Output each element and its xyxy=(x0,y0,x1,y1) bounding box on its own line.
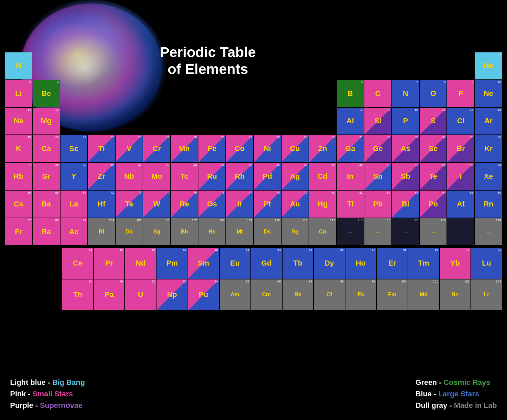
element-Y[interactable]: 39 Y xyxy=(61,163,88,190)
element-Ac[interactable]: 89 Ac xyxy=(61,218,88,245)
element-Mg[interactable]: 12 Mg xyxy=(33,108,60,135)
element-Kr[interactable]: 36 Kr xyxy=(475,135,502,162)
element-Po[interactable]: 84 Po xyxy=(420,191,447,218)
element-Ag[interactable]: 47 Ag xyxy=(282,163,309,190)
element-Bi[interactable]: 83 Bi xyxy=(392,191,419,218)
element-Cf[interactable]: 98 Cf xyxy=(314,279,345,310)
element-K[interactable]: 19 K xyxy=(5,135,32,162)
element-Sg[interactable]: 106 Sg xyxy=(143,218,170,245)
element-B[interactable]: 5 B xyxy=(337,80,364,107)
element-Na[interactable]: 11 Na xyxy=(5,108,32,135)
element-P[interactable]: 15 P xyxy=(392,108,419,135)
element-Rn[interactable]: 86 Rn xyxy=(475,191,502,218)
element-I[interactable]: 53 I xyxy=(447,163,474,190)
element-Pm[interactable]: 61 Pm xyxy=(156,248,187,278)
element-S[interactable]: 16 S xyxy=(420,108,447,135)
element-Cm[interactable]: 96 Cm xyxy=(251,279,282,310)
element-Br[interactable]: 35 Br xyxy=(447,135,474,162)
element-Mt[interactable]: 109 Mt xyxy=(226,218,253,245)
element-Ne[interactable]: 10 Ne xyxy=(475,80,502,107)
element-Nb[interactable]: 41 Nb xyxy=(116,163,143,190)
element-Db[interactable]: 105 Db xyxy=(116,218,143,245)
element-Al[interactable]: 13 Al xyxy=(337,108,364,135)
element-Bk[interactable]: 97 Bk xyxy=(283,279,313,310)
element-Sb[interactable]: 51 Sb xyxy=(392,163,419,190)
element-Sm[interactable]: 62 Sm xyxy=(188,248,219,278)
element-Sn[interactable]: 50 Sn xyxy=(364,163,391,190)
element-Fr[interactable]: 87 Fr xyxy=(5,218,32,245)
element-Ni[interactable]: 28 Ni xyxy=(254,135,281,162)
element-Zn[interactable]: 30 Zn xyxy=(309,135,336,162)
element-C[interactable]: 6 C xyxy=(364,80,391,107)
element-Lr[interactable]: 103 Lr xyxy=(471,279,502,310)
element-Cs[interactable]: 55 Cs xyxy=(5,191,32,218)
element-Sr[interactable]: 38 Sr xyxy=(33,163,60,190)
element-Hf[interactable]: 72 Hf xyxy=(88,191,115,218)
element-H[interactable]: 1 H xyxy=(5,52,32,79)
element-Mn[interactable]: 25 Mn xyxy=(171,135,198,162)
element-At[interactable]: 85 At xyxy=(447,191,474,218)
element-Rh[interactable]: 45 Rh xyxy=(226,163,253,190)
element-Au[interactable]: 79 Au xyxy=(282,191,309,218)
element-Te[interactable]: 52 Te xyxy=(420,163,447,190)
element-Pd[interactable]: 46 Pd xyxy=(254,163,281,190)
element-Co[interactable]: 27 Co xyxy=(226,135,253,162)
element-Pr[interactable]: 59 Pr xyxy=(94,248,124,278)
element-Gd[interactable]: 64 Gd xyxy=(251,248,282,278)
element-Lu[interactable]: 71 Lu xyxy=(471,248,502,278)
element-Pu[interactable]: 94 Pu xyxy=(188,279,219,310)
element-N[interactable]: 7 N xyxy=(392,80,419,107)
element-Si[interactable]: 14 Si xyxy=(364,108,391,135)
element-118[interactable]: 118 -- xyxy=(475,218,502,245)
element-Hs[interactable]: 108 Hs xyxy=(198,218,225,245)
element-Sc[interactable]: 21 Sc xyxy=(61,135,88,162)
element-Cd[interactable]: 48 Cd xyxy=(309,163,336,190)
element-Ge[interactable]: 32 Ge xyxy=(364,135,391,162)
element-116[interactable]: 116 -- xyxy=(420,218,447,245)
element-Cl[interactable]: 17 Cl xyxy=(447,108,474,135)
element-Ir[interactable]: 77 Ir xyxy=(226,191,253,218)
element-Md[interactable]: 101 Md xyxy=(408,279,439,310)
element-Yb[interactable]: 70 Yb xyxy=(440,248,470,278)
element-Er[interactable]: 68 Er xyxy=(377,248,408,278)
element-Tm[interactable]: 69 Tm xyxy=(408,248,439,278)
element-Re[interactable]: 75 Re xyxy=(171,191,198,218)
element-W[interactable]: 74 W xyxy=(143,191,170,218)
element-Zr[interactable]: 40 Zr xyxy=(88,163,115,190)
element-La[interactable]: 57 La xyxy=(61,191,88,218)
element-Hg[interactable]: 80 Hg xyxy=(309,191,336,218)
element-Pt[interactable]: 78 Pt xyxy=(254,191,281,218)
element-Rf[interactable]: 104 Rf xyxy=(88,218,115,245)
element-Ce[interactable]: 58 Ce xyxy=(62,248,93,278)
element-O[interactable]: 8 O xyxy=(420,80,447,107)
element-Ta[interactable]: 73 Ta xyxy=(116,191,143,218)
element-Ga[interactable]: 31 Ga xyxy=(337,135,364,162)
element-V[interactable]: 23 V xyxy=(116,135,143,162)
element-Dy[interactable]: 66 Dy xyxy=(314,248,345,278)
element-Ba[interactable]: 56 Ba xyxy=(33,191,60,218)
element-Np[interactable]: 93 Np xyxy=(156,279,187,310)
element-Ru[interactable]: 44 Ru xyxy=(198,163,225,190)
element-Se[interactable]: 34 Se xyxy=(420,135,447,162)
element-No[interactable]: 102 No xyxy=(440,279,470,310)
element-Be[interactable]: 4 Be xyxy=(33,80,60,107)
element-Eu[interactable]: 63 Eu xyxy=(220,248,250,278)
element-Rg[interactable]: 111 Rg xyxy=(282,218,309,245)
element-Tc[interactable]: 43 Tc xyxy=(171,163,198,190)
element-Tl[interactable]: 81 Tl xyxy=(337,191,364,218)
element-Ho[interactable]: 67 Ho xyxy=(345,248,376,278)
element-Th[interactable]: 90 Th xyxy=(62,279,93,310)
element-Pb[interactable]: 82 Pb xyxy=(364,191,391,218)
element-Rb[interactable]: 37 Rb xyxy=(5,163,32,190)
element-Es[interactable]: 99 Es xyxy=(345,279,376,310)
element-Li[interactable]: 3 Li xyxy=(5,80,32,107)
element-Ar[interactable]: 18 Ar xyxy=(475,108,502,135)
element-114[interactable]: 114 -- xyxy=(364,218,391,245)
element-Cu[interactable]: 29 Cu xyxy=(282,135,309,162)
element-Os[interactable]: 76 Os xyxy=(198,191,225,218)
element-F[interactable]: 9 F xyxy=(447,80,474,107)
element-Mo[interactable]: 42 Mo xyxy=(143,163,170,190)
element-Ca[interactable]: 20 Ca xyxy=(33,135,60,162)
element-Nd[interactable]: 60 Nd xyxy=(125,248,156,278)
element-Xe[interactable]: 54 Xe xyxy=(475,163,502,190)
